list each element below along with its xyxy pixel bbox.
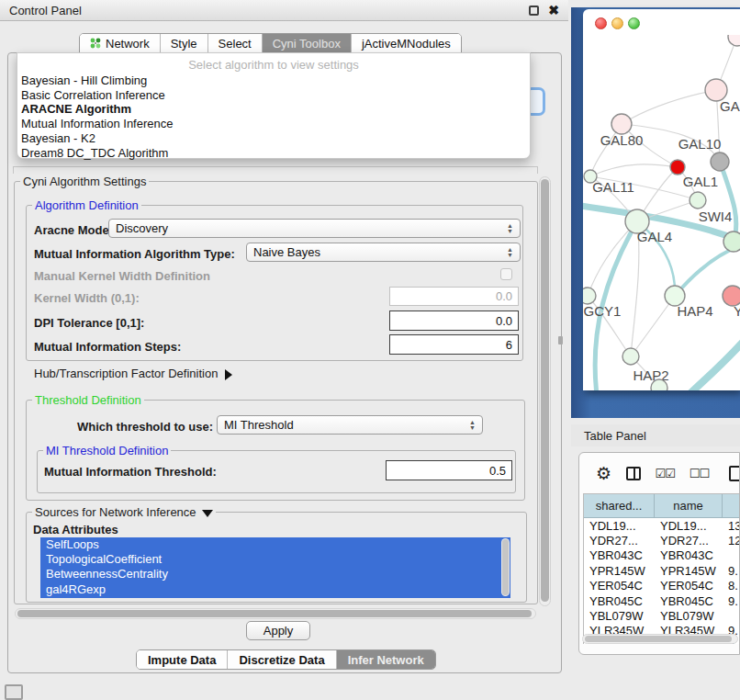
tab-network[interactable]: Network [80,34,161,52]
network-edge[interactable] [720,162,736,242]
tab-infer-network[interactable]: Infer Network [337,650,435,669]
dock-panel-icon[interactable] [5,684,23,700]
table-cell: YER054C [655,579,723,593]
attribute-item-betweennesscentrality[interactable]: BetweennessCentrality [40,567,510,581]
table-cell: 8. [723,579,740,593]
attributes-scrollbar[interactable] [501,538,510,596]
table-cell: YDR27... [584,533,655,548]
mi-steps-label: Mutual Information Steps: [34,340,181,354]
deselect-all-icon[interactable]: ☐☐ [690,467,709,480]
table-row[interactable]: YPR145WYPR145W9. [584,563,740,578]
node-label-gal1: GAL1 [683,174,718,189]
column-header-a[interactable]: A [723,494,740,518]
manual-kernel-checkbox[interactable] [500,268,512,280]
combo-stepper-icon: ▲▼ [469,420,476,431]
attribute-item-selfloops[interactable]: SelfLoops [40,537,510,552]
node-label-gal4: GAL4 [637,229,672,244]
network-icon [90,38,101,49]
network-edge[interactable] [631,296,675,356]
network-node[interactable] [651,379,667,390]
network-node-gal80[interactable] [611,114,632,134]
apply-button-label: Apply [263,624,294,638]
function-builder-icon[interactable] [729,466,740,481]
table-horizontal-scrollbar[interactable] [582,634,738,644]
table-cell: YBR045C [655,593,723,608]
mi-type-select[interactable]: Naive Bayes ▲▼ [246,243,521,262]
settings-vertical-scrollbar[interactable] [539,176,551,606]
window-close-icon[interactable] [595,17,607,29]
tab-label: Cyni Toolbox [273,37,341,51]
tab-impute-data[interactable]: Impute Data [137,650,228,669]
network-node-gal1[interactable] [690,192,706,209]
settings-horizontal-scrollbar[interactable] [15,608,536,619]
table-row[interactable]: YDR27...YDR27...12 [584,533,740,548]
mi-threshold-value: 0.5 [489,464,506,478]
which-threshold-select[interactable]: MI Threshold ▲▼ [217,415,483,435]
dropdown-item-basic-correlation-inference[interactable]: Basic Correlation Inference [17,88,530,103]
dpi-tolerance-label: DPI Tolerance [0,1]: [34,316,144,330]
table-row[interactable]: YBL079WYBL079W [584,608,740,623]
gear-icon[interactable]: ⚙ [596,465,611,482]
mi-threshold-input[interactable]: 0.5 [386,460,512,480]
node-label-y: Y [734,303,740,319]
close-icon[interactable]: ✖ [548,4,559,17]
algorithm-dropdown-popup: Select algorithm to view settings Bayesi… [17,52,531,159]
data-attributes-list[interactable]: SelfLoopsTopologicalCoefficientBetweenne… [40,537,510,598]
dropdown-item-bayesian-k2[interactable]: Bayesian - K2 [17,131,530,146]
table-toolbar: ⚙ ☑☑ ☐☐ [579,453,740,493]
table-panel-title: Table Panel [584,429,646,443]
hub-definition-toggle[interactable]: Hub/Transcription Factor Definition [34,367,232,380]
network-node[interactable] [728,35,740,46]
tab-style[interactable]: Style [161,34,208,52]
apply-button[interactable]: Apply [246,621,310,640]
column-header-shared[interactable]: shared... [584,494,655,518]
network-edge[interactable] [590,164,678,176]
window-zoom-icon[interactable] [628,17,640,29]
aracne-mode-select[interactable]: Discovery ▲▼ [108,219,521,238]
float-panel-icon[interactable] [529,6,539,16]
show-columns-icon[interactable] [626,467,640,480]
network-node-gal10[interactable] [670,160,685,175]
table-row[interactable]: YER054CYER054C8. [584,579,740,593]
panel-splitter-handle[interactable] [558,336,563,344]
column-header-name[interactable]: name [655,494,723,518]
dpi-tolerance-value: 0.0 [496,314,512,328]
aracne-mode-value: Discovery [116,221,168,235]
network-node-hap2[interactable] [622,348,639,365]
tab-discretize-data[interactable]: Discretize Data [228,650,336,669]
dropdown-item-aracne-algorithm[interactable]: ARACNE Algorithm [17,102,530,117]
sources-title-text: Sources for Network Inference [35,505,196,519]
network-view-window[interactable]: GAL80GALGAL10GAL11GAL1GAL4SWI4GCY1HAP4YH… [583,9,740,390]
network-node[interactable] [711,152,729,171]
dpi-tolerance-input[interactable]: 0.0 [389,310,519,331]
tab-jactivemnodules[interactable]: jActiveMNodules [352,34,461,52]
table-panel-body: ⚙ ☑☑ ☐☐ shared...nameA YDL19...YDL19...1… [578,452,740,655]
window-minimize-icon[interactable] [611,17,623,29]
table-cell: YPR145W [655,563,723,578]
algorithm-definition-title: Algorithm Definition [32,198,141,212]
attribute-item-gal4rgexp[interactable]: gal4RGexp [40,582,510,597]
network-graph[interactable]: GAL80GALGAL10GAL11GAL1GAL4SWI4GCY1HAP4YH… [583,35,740,390]
dropdown-item-mutual-information-inference[interactable]: Mutual Information Inference [17,117,530,131]
table-cell: 9. [723,593,740,608]
mi-threshold-group-title: MI Threshold Definition [43,444,171,457]
network-node-swi4[interactable] [723,231,740,252]
sources-group-title[interactable]: Sources for Network Inference [32,505,216,519]
dropdown-item-dream8-dc-tdc-algorithm[interactable]: Dream8 DC_TDC Algorithm [17,146,530,161]
select-all-icon[interactable]: ☑☑ [656,467,675,480]
node-table[interactable]: shared...nameA YDL19...YDL19...13YDR27..… [583,493,740,644]
dropdown-item-bayesian-hill-climbing[interactable]: Bayesian - Hill Climbing [17,73,530,88]
network-edge[interactable] [622,90,716,124]
mi-steps-input[interactable]: 6 [389,334,519,355]
tab-cyni-toolbox[interactable]: Cyni Toolbox [263,34,352,52]
table-row[interactable]: YBR043CYBR043C [584,548,740,563]
table-row[interactable]: YDL19...YDL19...13 [584,518,740,533]
network-edge[interactable] [687,331,740,390]
network-node-gcy1[interactable] [583,288,596,304]
node-label-gcy1: GCY1 [584,303,622,319]
algorithm-dropdown-prompt: Select algorithm to view settings [17,56,530,73]
table-row[interactable]: YBR045CYBR045C9. [584,593,740,608]
tab-select[interactable]: Select [208,34,263,52]
node-label-gal80: GAL80 [600,132,644,148]
attribute-item-topologicalcoefficient[interactable]: TopologicalCoefficient [40,552,510,567]
